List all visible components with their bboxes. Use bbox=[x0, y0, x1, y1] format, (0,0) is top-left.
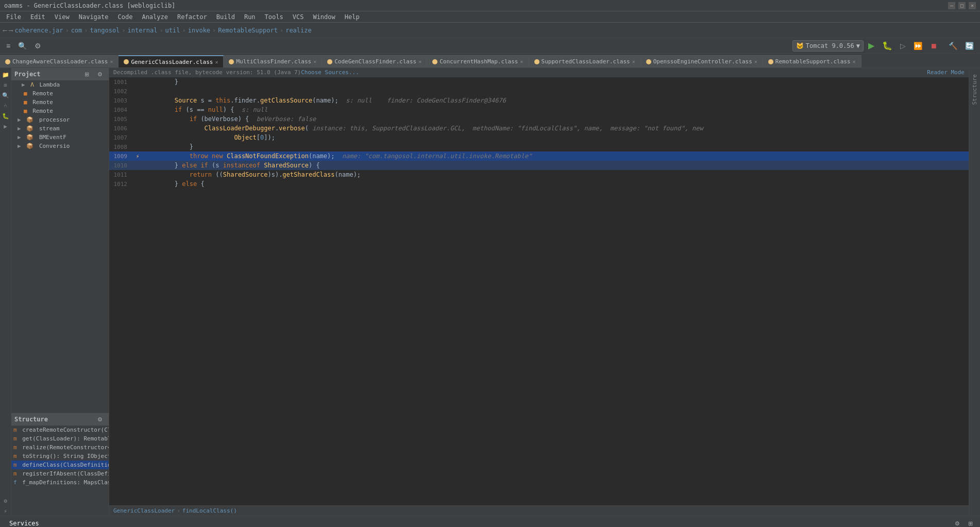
tab-close-icon[interactable]: ✕ bbox=[110, 59, 113, 64]
breadcrumb-remotablesupport[interactable]: RemotableSupport bbox=[218, 27, 278, 34]
title-bar: oamms - GenericClassLoader.class [weblog… bbox=[0, 0, 980, 11]
code-line-1007: 1007 Object[0]); bbox=[109, 133, 969, 142]
tab-concurrenthashmap[interactable]: ConcurrentHashMap.class ✕ bbox=[427, 55, 529, 67]
services-filter-btn[interactable]: ⊞ bbox=[965, 519, 976, 527]
close-btn[interactable]: ✕ bbox=[969, 2, 976, 9]
tree-item-conversio[interactable]: ▶ 📦 Conversio bbox=[11, 142, 109, 150]
project-collapse-btn[interactable]: ⊞ bbox=[81, 70, 92, 79]
breadcrumb-realize[interactable]: realize bbox=[285, 27, 312, 34]
debug-run-btn[interactable]: 🐛 bbox=[879, 40, 895, 52]
structure-item-fmapdefinitions[interactable]: f f_mapDefinitions: MapsClas bbox=[11, 478, 109, 487]
menu-window[interactable]: Window bbox=[309, 12, 339, 22]
tab-close-icon[interactable]: ✕ bbox=[520, 59, 523, 64]
sidebar-services-icon[interactable]: ⚙ bbox=[1, 496, 10, 505]
menu-analyze[interactable]: Analyze bbox=[138, 12, 172, 22]
tab-genericclassloader[interactable]: GenericClassLoader.class ✕ bbox=[119, 55, 224, 67]
sync-btn[interactable]: 🔄 bbox=[962, 41, 977, 51]
tab-remotablesupport[interactable]: RemotableSupport.class ✕ bbox=[763, 55, 861, 67]
menu-tools[interactable]: Tools bbox=[261, 12, 288, 22]
breadcrumb-internal[interactable]: internal bbox=[128, 27, 158, 34]
tree-item-remote2[interactable]: ■ Remote bbox=[11, 98, 109, 107]
tree-item-lambda[interactable]: ▶ Λ Lambda bbox=[11, 80, 109, 89]
minimize-btn[interactable]: — bbox=[948, 2, 955, 9]
tab-close-icon[interactable]: ✕ bbox=[313, 59, 316, 64]
breadcrumb-invoke[interactable]: invoke bbox=[188, 27, 210, 34]
breadcrumb-classloader[interactable]: GenericClassLoader bbox=[113, 507, 175, 514]
structure-item-createremote[interactable]: m createRemoteConstructor(Cla bbox=[11, 426, 109, 434]
structure-settings-btn[interactable]: ⚙ bbox=[94, 415, 106, 424]
tree-item-bmeventf[interactable]: ▶ 📦 BMEventF bbox=[11, 133, 109, 142]
tree-item-stream[interactable]: ▶ 📦 stream bbox=[11, 124, 109, 133]
services-settings-btn[interactable]: ⚙ bbox=[952, 519, 963, 527]
right-panel-label[interactable]: Structure bbox=[970, 70, 979, 109]
maximize-btn[interactable]: □ bbox=[958, 2, 966, 9]
window-controls[interactable]: — □ ✕ bbox=[948, 2, 976, 9]
toolbar: ≡ 🔍 ⚙ 🐱 Tomcat 9.0.56 ▼ ▶ 🐛 ▷ ⏩ ⏹ 🔨 🔄 bbox=[0, 38, 980, 54]
choose-sources-link[interactable]: Choose Sources... bbox=[301, 69, 359, 76]
bottom-area: Services ⚙ ⊞ ▶ ☰ ⊞ ⊟ + 🐱 Tomcat Server ▶… bbox=[0, 516, 980, 527]
structure-panel: Structure ⚙ m createRemoteConstructor(Cl… bbox=[11, 413, 109, 516]
run-config-selector[interactable]: 🐱 Tomcat 9.0.56 ▼ bbox=[792, 40, 864, 52]
tree-item-remote3[interactable]: ■ Remote bbox=[11, 107, 109, 115]
structure-item-tostring[interactable]: m toString(): String IObject bbox=[11, 452, 109, 461]
sidebar-run-icon[interactable]: ▶ bbox=[1, 122, 10, 131]
tab-services[interactable]: Services bbox=[4, 519, 44, 528]
tab-close-icon[interactable]: ✕ bbox=[418, 59, 421, 64]
tab-changeawareclassloader[interactable]: ChangeAwareClassLoader.class ✕ bbox=[0, 55, 119, 67]
structure-item-get[interactable]: m get(ClassLoader): Remotables bbox=[11, 434, 109, 443]
tree-item-processor[interactable]: ▶ 📦 processor bbox=[11, 115, 109, 124]
menu-edit[interactable]: Edit bbox=[26, 12, 49, 22]
tab-class-icon bbox=[124, 59, 129, 64]
tree-item-remote1[interactable]: ■ Remote bbox=[11, 89, 109, 98]
sidebar-vcs-icon[interactable]: ⑃ bbox=[1, 101, 10, 110]
tab-close-icon[interactable]: ✕ bbox=[632, 59, 635, 64]
breadcrumb-com[interactable]: com bbox=[71, 27, 82, 34]
menu-refactor[interactable]: Refactor bbox=[173, 12, 211, 22]
project-settings-btn[interactable]: ⚙ bbox=[94, 70, 106, 79]
tab-class-icon bbox=[327, 59, 332, 64]
profile-btn[interactable]: ⏩ bbox=[910, 41, 925, 51]
tab-supportedclassloader[interactable]: SupportedClassLoader.class ✕ bbox=[529, 55, 641, 67]
sidebar-structure-icon[interactable]: ≡ bbox=[1, 80, 10, 90]
tab-close-icon[interactable]: ✕ bbox=[215, 59, 218, 65]
breadcrumb-tangosol[interactable]: tangosol bbox=[90, 27, 120, 34]
code-view[interactable]: 1001 } 1002 1003 Source s = this.finder.… bbox=[109, 77, 969, 505]
menu-navigate[interactable]: Navigate bbox=[75, 12, 113, 22]
menu-run[interactable]: Run bbox=[240, 12, 260, 22]
decompiled-note: Decompiled .class file, bytecode version… bbox=[109, 68, 969, 77]
menu-help[interactable]: Help bbox=[341, 12, 364, 22]
menu-code[interactable]: Code bbox=[114, 12, 137, 22]
reader-mode-link[interactable]: Reader Mode bbox=[927, 69, 965, 76]
sidebar-debug-icon[interactable]: 🐛 bbox=[1, 111, 10, 121]
toolbar-search-btn[interactable]: 🔍 bbox=[15, 41, 30, 51]
tab-codegenclassfinder[interactable]: CodeGenClassFinder.class ✕ bbox=[322, 55, 427, 67]
sidebar-project-icon[interactable]: 📁 bbox=[1, 70, 10, 79]
tab-close-icon[interactable]: ✕ bbox=[853, 59, 856, 64]
tab-close-icon[interactable]: ✕ bbox=[754, 59, 757, 64]
tree-arrow-icon: ▶ bbox=[22, 81, 25, 88]
structure-item-realize[interactable]: m realize(RemoteConstructor<T> bbox=[11, 443, 109, 452]
build-btn[interactable]: 🔨 bbox=[945, 41, 960, 51]
menu-vcs[interactable]: VCS bbox=[289, 12, 308, 22]
editor-tab-bar: ChangeAwareClassLoader.class ✕ GenericCl… bbox=[0, 54, 980, 68]
tab-multiclassfinder[interactable]: MultiClassFinder.class ✕ bbox=[224, 55, 322, 67]
tab-openssoenginecontroller[interactable]: OpenssoEngineController.class ✕ bbox=[641, 55, 763, 67]
breadcrumb-util[interactable]: util bbox=[165, 27, 180, 34]
nav-back-btn[interactable]: ⟵ bbox=[3, 27, 7, 34]
structure-item-registerifabsent[interactable]: m registerIfAbsent(ClassDefinitic bbox=[11, 469, 109, 478]
project-toggle-btn[interactable]: ≡ bbox=[3, 41, 13, 51]
breadcrumb-findlocalclass[interactable]: findLocalClass() bbox=[182, 507, 237, 514]
breadcrumb-jar[interactable]: coherence.jar bbox=[14, 27, 63, 34]
toolbar-settings-btn[interactable]: ⚙ bbox=[31, 41, 44, 51]
stop-btn[interactable]: ⏹ bbox=[927, 41, 940, 51]
sidebar-event-icon[interactable]: ⚡ bbox=[1, 506, 10, 516]
menu-file[interactable]: File bbox=[2, 12, 25, 22]
run-btn[interactable]: ▶ bbox=[865, 40, 877, 52]
sidebar-find-icon[interactable]: 🔍 bbox=[1, 91, 10, 100]
structure-item-defineclass[interactable]: m defineClass(ClassDefinition): C bbox=[11, 461, 109, 469]
tab-label: MultiClassFinder.class bbox=[236, 58, 311, 65]
nav-forward-btn[interactable]: ⟶ bbox=[9, 27, 12, 34]
menu-build[interactable]: Build bbox=[212, 12, 239, 22]
coverage-btn[interactable]: ▷ bbox=[897, 41, 909, 51]
menu-view[interactable]: View bbox=[50, 12, 74, 22]
